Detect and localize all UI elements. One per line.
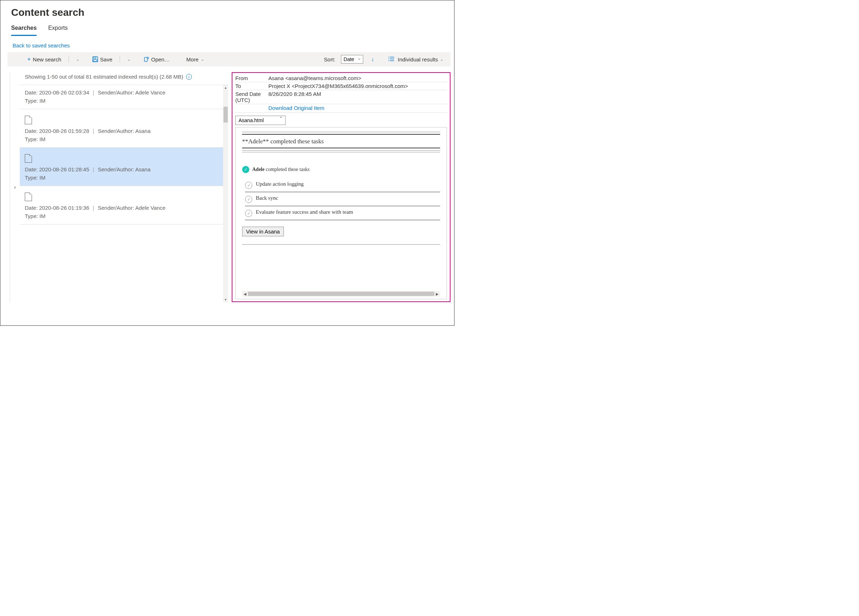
attachment-select[interactable]: Asana.html: [235, 115, 286, 125]
scroll-right-button[interactable]: ▶: [434, 292, 440, 296]
message-preview: **Adele** completed these tasks ✓ Adele …: [235, 127, 447, 299]
detail-panel: From Asana <asana@teams.microsoft.com> T…: [232, 72, 450, 302]
expand-chevron-icon[interactable]: ›: [14, 184, 16, 190]
view-mode-button[interactable]: Individual results ⌄: [388, 56, 444, 62]
divider: [242, 152, 440, 152]
task-row: ✓Evaluate feature success and share with…: [245, 206, 440, 220]
list-icon: [388, 56, 394, 62]
view-in-asana-button[interactable]: View in Asana: [242, 227, 284, 236]
save-button[interactable]: Save: [92, 56, 112, 62]
left-gutter: ›: [10, 72, 20, 302]
tab-searches[interactable]: Searches: [11, 21, 37, 36]
preview-heading: **Adele** completed these tasks: [242, 138, 440, 145]
divider: [242, 150, 440, 151]
card-header: ✓ Adele completed these tasks: [242, 166, 440, 173]
result-type-line: Type: IM: [25, 175, 223, 181]
task-list: ✓Update action logging✓Back sync✓Evaluat…: [242, 178, 440, 220]
meta-from-label: From: [235, 75, 269, 81]
scroll-down-button[interactable]: ▼: [223, 297, 228, 302]
meta-from-value: Asana <asana@teams.microsoft.com>: [269, 75, 447, 81]
horizontal-scrollbar[interactable]: ◀ ▶: [242, 291, 440, 297]
meta-to-value: Project X <ProjectX734@M365x654639.onmic…: [269, 83, 447, 89]
result-item[interactable]: Date: 2020-08-26 01:59:28|Sender/Author:…: [20, 109, 228, 148]
result-meta-line: Date: 2020-08-26 01:59:28|Sender/Author:…: [25, 128, 223, 134]
status-text: Showing 1-50 out of total 81 estimated i…: [25, 73, 183, 80]
meta-to-label: To: [235, 83, 269, 89]
divider: [242, 148, 440, 148]
toolbar-divider: [120, 56, 120, 62]
chevron-down-icon: ⌄: [440, 57, 444, 62]
task-row: ✓Back sync: [245, 192, 440, 206]
back-to-saved-link[interactable]: Back to saved searches: [12, 42, 70, 48]
results-column: Showing 1-50 out of total 81 estimated i…: [20, 72, 228, 302]
toolbar-divider: [69, 56, 69, 62]
scroll-thumb[interactable]: [223, 107, 228, 123]
file-icon: [25, 115, 31, 124]
result-item[interactable]: Date: 2020-08-26 01:19:36|Sender/Author:…: [20, 186, 228, 225]
result-list: Date: 2020-08-26 02:03:34|Sender/Author:…: [20, 85, 228, 302]
divider: [242, 134, 440, 135]
info-icon[interactable]: i: [186, 74, 192, 80]
meta-date-row: Send Date (UTC) 8/26/2020 8:28:45 AM: [235, 90, 447, 104]
result-meta-line: Date: 2020-08-26 01:28:45|Sender/Author:…: [25, 166, 223, 172]
open-button[interactable]: Open…: [143, 56, 170, 62]
file-icon: [25, 192, 31, 201]
divider: [242, 244, 440, 245]
plus-icon: +: [27, 56, 31, 62]
scroll-up-button[interactable]: ▲: [223, 85, 228, 90]
save-icon: [92, 56, 98, 62]
result-meta-line: Date: 2020-08-26 01:19:36|Sender/Author:…: [25, 205, 223, 211]
svg-rect-1: [94, 57, 96, 59]
tab-bar: Searches Exports: [11, 21, 454, 36]
result-type-line: Type: IM: [25, 136, 223, 142]
result-item[interactable]: Date: 2020-08-26 02:03:34|Sender/Author:…: [20, 85, 228, 109]
h-scroll-thumb[interactable]: [248, 292, 434, 296]
result-type-line: Type: IM: [25, 98, 223, 104]
task-row: ✓Update action logging: [245, 178, 440, 192]
download-original-link[interactable]: Download Original Item: [235, 104, 447, 113]
new-search-label: New search: [33, 56, 61, 62]
sort-label: Sort:: [324, 56, 336, 62]
task-label: Update action logging: [256, 181, 304, 187]
chevron-down-icon[interactable]: ⌄: [76, 57, 80, 62]
check-circle-icon: ✓: [245, 182, 252, 189]
chevron-down-icon: ⌄: [201, 57, 204, 62]
new-search-button[interactable]: + New search: [27, 56, 61, 62]
tab-exports[interactable]: Exports: [48, 21, 67, 36]
result-type-line: Type: IM: [25, 213, 223, 219]
card-header-text: Adele completed these tasks: [252, 167, 310, 172]
meta-date-label: Send Date (UTC): [235, 91, 269, 103]
results-status: Showing 1-50 out of total 81 estimated i…: [20, 72, 228, 85]
divider: [242, 132, 440, 132]
file-icon: [25, 154, 31, 163]
svg-rect-3: [144, 58, 147, 61]
meta-from-row: From Asana <asana@teams.microsoft.com>: [235, 74, 447, 82]
vertical-scrollbar[interactable]: ▲ ▼: [223, 85, 228, 302]
check-circle-icon: ✓: [245, 196, 252, 203]
view-mode-label: Individual results: [398, 56, 438, 62]
save-label: Save: [100, 56, 112, 62]
more-button[interactable]: More ⌄: [186, 56, 204, 62]
check-circle-icon: ✓: [245, 210, 252, 217]
result-item[interactable]: Date: 2020-08-26 01:28:45|Sender/Author:…: [20, 148, 228, 186]
svg-rect-2: [94, 59, 97, 61]
toolbar: + New search ⌄ Save ⌄ Open… More ⌄ Sort:…: [8, 52, 450, 67]
content-area: › Showing 1-50 out of total 81 estimated…: [10, 72, 454, 302]
chevron-down-icon[interactable]: ⌄: [127, 57, 130, 62]
scroll-track[interactable]: [223, 90, 228, 297]
open-icon: [143, 56, 149, 62]
meta-to-row: To Project X <ProjectX734@M365x654639.on…: [235, 82, 447, 90]
result-meta-line: Date: 2020-08-26 02:03:34|Sender/Author:…: [25, 89, 223, 95]
task-label: Evaluate feature success and share with …: [256, 209, 353, 215]
task-label: Back sync: [256, 195, 278, 201]
check-complete-icon: ✓: [242, 166, 249, 173]
page-title: Content search: [11, 7, 454, 18]
scroll-left-button[interactable]: ◀: [242, 292, 248, 296]
sort-direction-icon[interactable]: ↓: [371, 56, 374, 62]
meta-date-value: 8/26/2020 8:28:45 AM: [269, 91, 447, 103]
sort-select[interactable]: Date: [341, 55, 363, 64]
open-label: Open…: [151, 56, 170, 62]
more-label: More: [186, 56, 198, 62]
